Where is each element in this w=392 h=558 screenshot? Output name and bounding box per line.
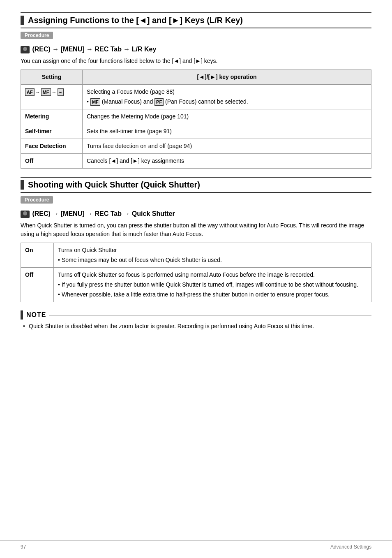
table1-col2-header: [◄]/[►] key operation xyxy=(83,69,371,84)
nav-path-text-1: (REC) → [MENU] → REC Tab → L/R Key xyxy=(32,46,156,53)
note-title: NOTE xyxy=(26,311,46,319)
note-section: NOTE Quick Shutter is disabled when the … xyxy=(21,310,371,331)
camera-icon-1 xyxy=(21,46,30,53)
row3-setting: Self-timer xyxy=(21,124,83,139)
section2-header: Shooting with Quick Shutter (Quick Shutt… xyxy=(21,177,371,193)
row2-setting: Metering xyxy=(21,109,83,124)
section2-body: When Quick Shutter is turned on, you can… xyxy=(21,221,371,238)
procedure-badge-1: Procedure xyxy=(21,32,53,39)
table1-col1-header: Setting xyxy=(21,69,83,84)
row1-operation: Selecting a Focus Mode (page 88) MF (Man… xyxy=(83,84,371,109)
row1-setting: AF → MF → ∞ xyxy=(21,84,83,109)
camera-icon-2 xyxy=(21,211,30,218)
section1-bar xyxy=(21,16,24,25)
section1-nav-path: (REC) → [MENU] → REC Tab → L/R Key xyxy=(21,46,371,53)
note-item-1: Quick Shutter is disabled when the zoom … xyxy=(29,322,371,331)
table-row: Self-timer Sets the self-timer time (pag… xyxy=(21,124,371,139)
procedure-badge-2: Procedure xyxy=(21,196,53,204)
row5-operation: Cancels [◄] and [►] key assignments xyxy=(83,153,371,168)
row4-operation: Turns face detection on and off (page 94… xyxy=(83,139,371,153)
section1-table: Setting [◄]/[►] key operation AF → MF → … xyxy=(21,69,371,169)
section2-title: Shooting with Quick Shutter (Quick Shutt… xyxy=(28,180,200,190)
section1-title: Assigning Functions to the [◄] and [►] K… xyxy=(28,16,243,25)
table-row: On Turns on Quick Shutter Some images ma… xyxy=(21,243,371,267)
qs-row1-operation: Turns on Quick Shutter Some images may b… xyxy=(54,243,371,267)
section2-table: On Turns on Quick Shutter Some images ma… xyxy=(21,243,371,302)
page-footer: 97 Advanced Settings xyxy=(0,540,392,550)
qs-row1-setting: On xyxy=(21,243,54,267)
table-row: Metering Changes the Metering Mode (page… xyxy=(21,109,371,124)
section1-header: Assigning Functions to the [◄] and [►] K… xyxy=(21,12,371,28)
footer-section: Advanced Settings xyxy=(330,544,371,550)
note-bar xyxy=(21,310,23,320)
row5-setting: Off xyxy=(21,153,83,168)
table-row: Off Cancels [◄] and [►] key assignments xyxy=(21,153,371,168)
qs-row2-operation: Turns off Quick Shutter so focus is perf… xyxy=(54,267,371,302)
note-list: Quick Shutter is disabled when the zoom … xyxy=(21,322,371,331)
table-row: Off Turns off Quick Shutter so focus is … xyxy=(21,267,371,302)
note-header: NOTE xyxy=(21,310,371,320)
row4-setting: Face Detection xyxy=(21,139,83,153)
row3-operation: Sets the self-timer time (page 91) xyxy=(83,124,371,139)
row2-operation: Changes the Metering Mode (page 101) xyxy=(83,109,371,124)
note-line xyxy=(49,315,371,315)
table-row: Face Detection Turns face detection on a… xyxy=(21,139,371,153)
page-number: 97 xyxy=(21,544,26,550)
qs-row2-setting: Off xyxy=(21,267,54,302)
section2-bar xyxy=(21,180,24,190)
nav-path-text-2: (REC) → [MENU] → REC Tab → Quick Shutter xyxy=(32,210,175,217)
section1-body: You can assign one of the four functions… xyxy=(21,57,371,65)
section2-nav-path: (REC) → [MENU] → REC Tab → Quick Shutter xyxy=(21,210,371,218)
focus-icons: AF → MF → ∞ xyxy=(25,88,64,96)
table-row: AF → MF → ∞ Selecting a Focus Mode (page… xyxy=(21,84,371,109)
